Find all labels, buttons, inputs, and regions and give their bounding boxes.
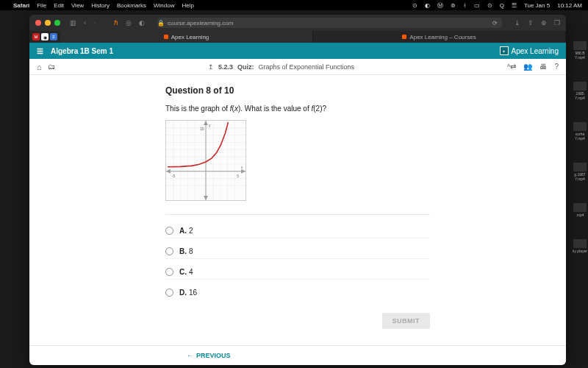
apex-brand[interactable]: ✦ Apex Learning <box>500 46 559 55</box>
spotlight-icon[interactable]: ⊙ <box>487 2 492 9</box>
apex-header: ☰ Algebra 1B Sem 1 ✦ Apex Learning <box>29 43 566 59</box>
close-window-button[interactable] <box>35 20 41 26</box>
answer-option-b[interactable]: B.8 <box>165 244 430 259</box>
desktop-file[interactable]: ity player <box>572 239 588 253</box>
menu-help[interactable]: Help <box>182 2 193 9</box>
course-title: Algebra 1B Sem 1 <box>51 47 113 55</box>
desktop-file[interactable]: 988.B Y.mp4 <box>572 41 588 60</box>
tab-apex-learning[interactable]: Apex Learning <box>60 31 313 43</box>
desktop-file[interactable]: sorha Y.mp4 <box>572 122 588 141</box>
desktop-file[interactable]: .mp4 <box>572 203 588 217</box>
question-prompt: This is the graph of f(x). What is the v… <box>165 105 430 113</box>
lock-icon: 🔒 <box>157 20 165 26</box>
briefcase-icon[interactable]: 🗂 <box>48 63 55 71</box>
menu-window[interactable]: Window <box>154 2 174 9</box>
battery-icon[interactable]: ▭ <box>474 2 480 9</box>
breadcrumb-title: Graphs of Exponential Functions <box>259 63 355 71</box>
wifi-icon[interactable]: ⊚ <box>451 2 456 9</box>
url-text: course.apexlearning.com <box>168 20 233 26</box>
window-titlebar: ▥ ‹ › ℏ ◎ ◐ 🔒 course.apexlearning.com ⟳ … <box>29 15 566 31</box>
question-heading: Question 8 of 10 <box>165 85 430 96</box>
svg-marker-18 <box>241 169 245 174</box>
bluetooth-icon[interactable]: ᚼ <box>463 2 467 9</box>
menu-edit[interactable]: Edit <box>54 2 64 9</box>
menubar-date[interactable]: Tue Jan 5 <box>524 2 550 9</box>
status-icon: ⊙ <box>412 2 417 9</box>
translate-icon[interactable]: ᴬ⇄ <box>507 63 516 71</box>
download-icon[interactable]: ⤓ <box>514 19 520 26</box>
arrow-left-icon: ← <box>187 352 193 359</box>
reload-icon[interactable]: ⟳ <box>492 20 502 26</box>
menubar-time[interactable]: 10:12 AM <box>557 2 582 9</box>
svg-marker-20 <box>204 121 208 125</box>
svg-marker-21 <box>204 196 208 200</box>
menu-history[interactable]: History <box>91 2 110 9</box>
breadcrumb: ↥ 5.2.3 Quiz: Graphs of Exponential Func… <box>208 63 354 71</box>
search-icon[interactable]: Q <box>500 2 504 9</box>
menu-view[interactable]: View <box>71 2 84 9</box>
sidebar-icon[interactable]: ▥ <box>70 19 76 26</box>
people-icon[interactable]: 👥 <box>523 63 532 71</box>
safari-window: ▥ ‹ › ℏ ◎ ◐ 🔒 course.apexlearning.com ⟳ … <box>29 15 566 365</box>
minimize-window-button[interactable] <box>45 20 51 26</box>
status-icon: ◐ <box>425 2 430 9</box>
extension-icon[interactable]: ◎ <box>126 19 132 26</box>
tab-favicon-icon <box>402 35 406 39</box>
answer-option-c[interactable]: C.4 <box>165 265 430 280</box>
back-button[interactable]: ‹ <box>84 19 86 26</box>
macos-menubar: Safari File Edit View History Bookmarks … <box>0 0 588 10</box>
y-axis-label: y <box>209 124 211 127</box>
nav-menu-icon[interactable]: ☰ <box>37 47 43 55</box>
apex-logo-icon: ✦ <box>500 46 509 55</box>
app-name[interactable]: Safari <box>13 2 29 9</box>
status-icon: Ⓜ <box>437 1 443 10</box>
apex-breadcrumb-bar: ⌂ 🗂 ↥ 5.2.3 Quiz: Graphs of Exponential … <box>29 59 566 75</box>
x-tick-label: 5 <box>237 174 239 178</box>
submit-button[interactable]: SUBMIT <box>382 313 431 329</box>
pinned-tab-icon[interactable]: ◉ <box>41 33 49 40</box>
divider <box>165 214 430 215</box>
desktop-file[interactable]: .1985. Y.mp4 <box>572 82 588 100</box>
share-icon[interactable]: ⇪ <box>528 19 534 26</box>
previous-button[interactable]: ← PREVIOUS <box>187 352 231 359</box>
quiz-content: Question 8 of 10 This is the graph of f(… <box>29 75 566 345</box>
radio-icon[interactable] <box>165 268 173 276</box>
control-center-icon[interactable]: ☰ <box>512 2 517 9</box>
answer-option-d[interactable]: D.16 <box>165 286 430 300</box>
home-icon[interactable]: ⌂ <box>37 63 42 71</box>
radio-icon[interactable] <box>165 227 173 235</box>
breadcrumb-code: 5.2.3 <box>218 63 233 71</box>
breadcrumb-up-icon[interactable]: ↥ <box>208 63 214 71</box>
menu-file[interactable]: File <box>37 2 46 9</box>
quiz-footer: ← PREVIOUS <box>29 345 566 365</box>
forward-button[interactable]: › <box>93 19 96 26</box>
tabs-icon[interactable]: ❐ <box>554 19 560 26</box>
tab-apex-courses[interactable]: Apex Learning – Courses <box>313 31 566 43</box>
new-tab-icon[interactable]: ⊕ <box>541 19 547 26</box>
x-axis-label: x <box>241 166 243 169</box>
svg-marker-19 <box>166 169 171 174</box>
radio-icon[interactable] <box>165 247 173 255</box>
radio-icon[interactable] <box>165 289 173 297</box>
answer-option-a[interactable]: A.2 <box>165 224 430 238</box>
extension-honey-icon[interactable]: ℏ <box>114 19 118 26</box>
answer-list: A.2 B.8 C.4 D.16 <box>165 224 430 300</box>
breadcrumb-type: Quiz: <box>237 63 254 71</box>
y-tick-label: 10 <box>200 127 204 131</box>
browser-tabbar: M ◉ ≡ Apex Learning Apex Learning – Cour… <box>29 31 566 43</box>
extension-icon[interactable]: ◐ <box>139 19 145 26</box>
x-tick-label: -5 <box>172 174 176 178</box>
menu-bookmarks[interactable]: Bookmarks <box>117 2 146 9</box>
pinned-tab-icon[interactable]: ≡ <box>50 33 57 40</box>
desktop-files: 988.B Y.mp4 .1985. Y.mp4 sorha Y.mp4 g.1… <box>572 12 588 253</box>
desktop-file[interactable]: g.1987 Y.mp4 <box>572 163 588 181</box>
address-bar[interactable]: 🔒 course.apexlearning.com ⟳ <box>157 18 502 28</box>
function-graph: y 10 x -5 5 <box>165 120 246 201</box>
zoom-window-button[interactable] <box>54 20 60 26</box>
pinned-tab-icon[interactable]: M <box>32 33 40 40</box>
apex-page: ☰ Algebra 1B Sem 1 ✦ Apex Learning ⌂ 🗂 ↥… <box>29 43 566 365</box>
tab-favicon-icon <box>164 35 168 39</box>
print-icon[interactable]: 🖶 <box>539 63 547 71</box>
help-icon[interactable]: ? <box>554 63 559 71</box>
